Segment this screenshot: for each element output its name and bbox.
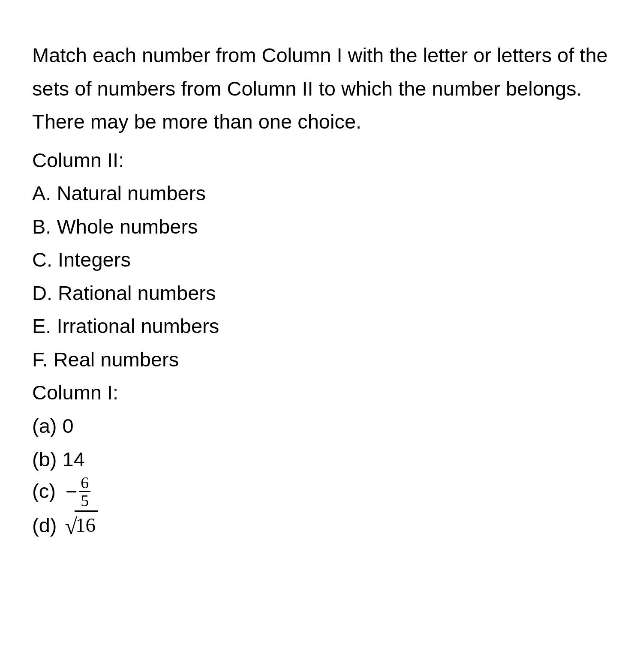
item-label: Real numbers (54, 348, 179, 371)
item-label: Whole numbers (57, 215, 198, 238)
item-letter: (b) (32, 448, 57, 471)
item-value: 14 (63, 448, 85, 471)
minus-sign: − (66, 478, 77, 505)
column1-item-b: (b) 14 (32, 443, 611, 476)
item-letter: B. (32, 215, 51, 238)
item-label: Integers (58, 248, 131, 271)
fraction-numerator: 6 (79, 474, 90, 492)
column2-item-e: E. Irrational numbers (32, 309, 611, 343)
item-letter: (d) (32, 514, 57, 537)
column2-item-b: B. Whole numbers (32, 210, 611, 243)
column1-item-d: (d) √16 (32, 510, 611, 540)
item-letter: F. (32, 348, 48, 371)
item-letter: A. (32, 182, 51, 204)
item-letter: E. (32, 315, 51, 337)
column1-item-a: (a) 0 (32, 409, 611, 443)
square-root: √16 (65, 510, 99, 540)
item-label: Rational numbers (58, 282, 216, 304)
document-content: Match each number from Column I with the… (32, 39, 611, 540)
column1-header: Column I: (32, 376, 611, 409)
column2-item-a: A. Natural numbers (32, 177, 611, 210)
item-letter: (a) (32, 414, 57, 437)
column2-item-f: F. Real numbers (32, 343, 611, 376)
column2-item-d: D. Rational numbers (32, 276, 611, 310)
column2-item-c: C. Integers (32, 243, 611, 276)
item-label: Natural numbers (57, 182, 205, 204)
item-letter: C. (32, 248, 52, 271)
item-label: Irrational numbers (57, 315, 219, 337)
fraction-denominator: 5 (79, 492, 90, 509)
item-value: 0 (63, 414, 74, 437)
radicand: 16 (75, 510, 98, 539)
column1-item-c: (c) −65 (32, 476, 611, 510)
item-letter: (c) (32, 480, 56, 503)
fraction: 65 (79, 474, 90, 509)
instruction-text: Match each number from Column I with the… (32, 39, 611, 138)
item-letter: D. (32, 282, 52, 304)
column2-header: Column II: (32, 144, 611, 177)
